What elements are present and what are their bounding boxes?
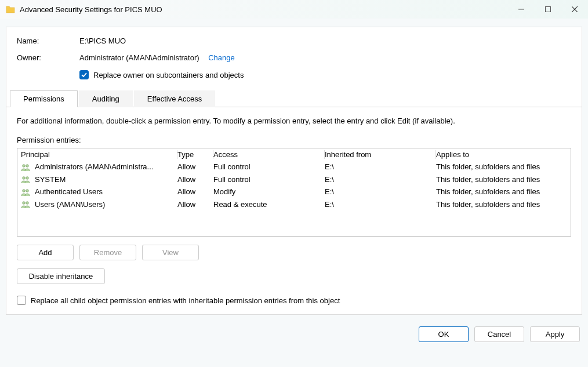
name-value: E:\PICS MUO xyxy=(79,37,126,45)
svg-point-10 xyxy=(23,202,26,205)
replace-owner-checkbox[interactable] xyxy=(79,70,89,79)
tab-effective-access[interactable]: Effective Access xyxy=(134,90,215,107)
cell-inherited: E:\ xyxy=(325,162,436,171)
info-text: For additional information, double-click… xyxy=(17,117,571,125)
cancel-button[interactable]: Cancel xyxy=(474,326,524,342)
col-inherited[interactable]: Inherited from xyxy=(325,150,436,159)
owner-label: Owner: xyxy=(17,53,79,62)
cell-type: Allow xyxy=(177,162,213,171)
table-row[interactable]: Administrators (AMAN\Administra...AllowF… xyxy=(17,161,571,173)
svg-point-4 xyxy=(23,164,26,167)
svg-point-7 xyxy=(26,177,29,180)
close-button[interactable] xyxy=(561,0,588,19)
svg-point-6 xyxy=(23,177,26,180)
cell-applies: This folder, subfolders and files xyxy=(436,162,567,171)
cell-inherited: E:\ xyxy=(325,187,436,196)
apply-button[interactable]: Apply xyxy=(530,326,580,342)
col-type[interactable]: Type xyxy=(177,150,213,159)
window-title: Advanced Security Settings for PICS MUO xyxy=(20,5,508,14)
owner-value: Administrator (AMAN\Administrator) xyxy=(79,53,199,62)
group-icon xyxy=(21,176,31,184)
disable-inheritance-button[interactable]: Disable inheritance xyxy=(17,268,105,284)
cell-applies: This folder, subfolders and files xyxy=(436,175,567,184)
table-row[interactable]: Users (AMAN\Users)AllowRead & executeE:\… xyxy=(17,198,571,211)
cell-access: Full control xyxy=(213,162,325,171)
replace-child-label: Replace all child object permission entr… xyxy=(31,296,340,305)
replace-owner-label: Replace owner on subcontainers and objec… xyxy=(93,71,244,79)
cell-principal: Administrators (AMAN\Administra... xyxy=(35,162,153,171)
col-applies[interactable]: Applies to xyxy=(436,150,567,159)
tab-permissions[interactable]: Permissions xyxy=(10,90,78,107)
col-access[interactable]: Access xyxy=(213,150,325,159)
view-button[interactable]: View xyxy=(142,245,199,260)
cell-type: Allow xyxy=(177,200,213,209)
cell-principal: Authenticated Users xyxy=(35,187,103,196)
window-controls xyxy=(508,0,588,19)
folder-icon xyxy=(6,5,15,13)
cell-type: Allow xyxy=(177,175,213,184)
svg-rect-1 xyxy=(546,7,551,12)
entries-label: Permission entries: xyxy=(17,136,571,144)
cell-type: Allow xyxy=(177,187,213,196)
cell-inherited: E:\ xyxy=(325,200,436,209)
titlebar: Advanced Security Settings for PICS MUO xyxy=(0,0,588,19)
cell-principal: SYSTEM xyxy=(35,175,66,184)
group-icon xyxy=(21,201,31,209)
tab-strip: Permissions Auditing Effective Access xyxy=(6,90,582,107)
cell-inherited: E:\ xyxy=(325,175,436,184)
col-principal[interactable]: Principal xyxy=(21,150,177,159)
remove-button[interactable]: Remove xyxy=(79,245,136,260)
cell-applies: This folder, subfolders and files xyxy=(436,187,567,196)
svg-point-9 xyxy=(26,189,29,192)
cell-access: Read & execute xyxy=(213,200,325,209)
table-row[interactable]: Authenticated UsersAllowModifyE:\This fo… xyxy=(17,186,571,198)
svg-point-8 xyxy=(23,189,26,192)
cell-applies: This folder, subfolders and files xyxy=(436,200,567,209)
replace-child-checkbox[interactable] xyxy=(17,296,26,305)
permission-table: Principal Type Access Inherited from App… xyxy=(17,148,571,237)
cell-access: Full control xyxy=(213,175,325,184)
cell-principal: Users (AMAN\Users) xyxy=(35,200,105,209)
svg-point-11 xyxy=(26,202,29,205)
table-row[interactable]: SYSTEMAllowFull controlE:\This folder, s… xyxy=(17,173,571,186)
add-button[interactable]: Add xyxy=(17,245,74,260)
ok-button[interactable]: OK xyxy=(419,326,469,342)
tab-auditing[interactable]: Auditing xyxy=(79,90,133,107)
group-icon xyxy=(21,188,31,197)
cell-access: Modify xyxy=(213,187,325,196)
minimize-button[interactable] xyxy=(508,0,535,19)
maximize-button[interactable] xyxy=(535,0,561,19)
svg-point-5 xyxy=(26,164,29,167)
table-header: Principal Type Access Inherited from App… xyxy=(17,148,571,161)
dialog-footer: OK Cancel Apply xyxy=(0,321,588,342)
change-owner-link[interactable]: Change xyxy=(208,53,235,62)
group-icon xyxy=(21,163,31,172)
content-frame: Name: E:\PICS MUO Owner: Administrator (… xyxy=(6,27,582,315)
name-label: Name: xyxy=(17,37,79,45)
